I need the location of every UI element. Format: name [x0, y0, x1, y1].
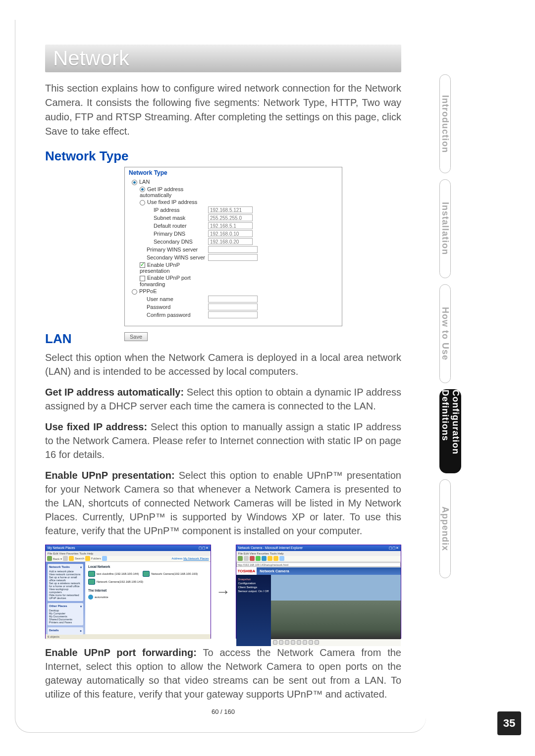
- forward-icon: [63, 556, 68, 561]
- input-secondary-dns[interactable]: 192.168.0.20: [208, 238, 253, 245]
- checkbox-icon: [140, 276, 145, 281]
- radio-pppoe[interactable]: PPPoE: [129, 288, 208, 295]
- label-password: Password: [129, 304, 208, 310]
- explorer-main: Local Network text doubtfire (192.168.10…: [85, 562, 211, 634]
- radio-icon: [132, 180, 137, 185]
- folders-icon: [85, 556, 90, 561]
- control-button-icon: [297, 640, 301, 645]
- window-controls-icon: ▢▢✕: [199, 545, 209, 551]
- home-icon: [262, 556, 267, 561]
- favorites-icon: [273, 556, 278, 561]
- label-primary-wins: Primary WINS server: [129, 247, 208, 252]
- section-title-bar: Network: [45, 45, 401, 72]
- address-bar: http://192.168.100.143/setup/network.htm…: [236, 562, 401, 567]
- input-primary-dns[interactable]: 192.168.0.10: [208, 230, 253, 237]
- chevron-icon: ▾: [80, 565, 82, 569]
- input-default-router[interactable]: 192.168.5.1: [208, 222, 253, 229]
- chevron-icon: ▸: [80, 629, 82, 632]
- intro-paragraph: This section explains how to configure w…: [45, 81, 401, 139]
- arrow-right-icon: →: [216, 583, 231, 600]
- camera-live-view: [271, 575, 401, 639]
- screenshots-row: My Network Places ▢▢✕ File Edit View Fav…: [45, 545, 401, 639]
- get-ip-paragraph: Get IP address automatically: Select thi…: [45, 385, 401, 413]
- window-title-bar: Network Camera - Microsoft Internet Expl…: [236, 545, 401, 551]
- label-secondary-wins: Secondary WINS server: [129, 254, 208, 260]
- control-button-icon: [309, 640, 313, 645]
- input-password[interactable]: [208, 303, 258, 310]
- camera-icon: [88, 579, 95, 585]
- refresh-icon: [256, 556, 261, 561]
- label-secondary-dns: Secondary DNS: [129, 239, 208, 245]
- label-default-router: Default router: [129, 223, 208, 229]
- computer-icon: [88, 571, 95, 577]
- radio-get-ip-auto[interactable]: Get IP address automatically: [129, 186, 208, 199]
- tab-installation[interactable]: Installation: [439, 179, 451, 278]
- forward-icon: [244, 556, 249, 561]
- stop-icon: [250, 556, 255, 561]
- label-subnet-mask: Subnet mask: [129, 215, 208, 221]
- page-number-badge: 35: [497, 711, 521, 735]
- input-subnet-mask[interactable]: 255.255.255.0: [208, 214, 253, 221]
- window-menu-bar: File Edit View Favorites Tools Help: [236, 551, 401, 556]
- checkbox-icon: [140, 262, 145, 268]
- history-icon: [279, 556, 284, 561]
- lan-paragraph: Select this option when the Network Came…: [45, 351, 401, 378]
- save-button[interactable]: Save: [124, 332, 148, 341]
- heading-lan: LAN: [45, 331, 401, 347]
- side-index-tabs: Introduction Installation How to Use Con…: [439, 74, 521, 584]
- control-button-icon: [279, 640, 283, 645]
- upnp-presentation-paragraph: Enable UPnP presentation: Select this op…: [45, 468, 401, 538]
- explorer-sidebar: Network Tasks▾ Add a network place View …: [46, 562, 85, 634]
- window-controls-icon: ▢▢✕: [389, 545, 399, 551]
- radio-lan[interactable]: LAN: [129, 179, 208, 185]
- tab-configuration-definitions[interactable]: Configuration Definitions: [439, 389, 461, 473]
- toolbar: [236, 556, 401, 562]
- control-button-icon: [285, 640, 289, 645]
- label-primary-dns: Primary DNS: [129, 231, 208, 237]
- search-icon: [268, 556, 272, 561]
- label-username: User name: [129, 296, 208, 302]
- radio-icon: [132, 289, 137, 295]
- label-confirm-password: Confirm password: [129, 312, 208, 318]
- input-username[interactable]: [208, 296, 258, 302]
- input-ip-address[interactable]: 192.168.5.121: [208, 206, 253, 213]
- page-title: Network: [53, 47, 393, 70]
- brand-label: TOSHIBA: [236, 567, 257, 575]
- figure-camera-browser: Network Camera - Microsoft Internet Expl…: [236, 545, 402, 639]
- window-menu-bar: File Edit View Favorites Tools Help: [46, 551, 211, 556]
- control-button-icon: [303, 640, 307, 645]
- upnp-port-forwarding-paragraph: Enable UPnP port forwarding: To access t…: [45, 646, 401, 701]
- checkbox-upnp-presentation[interactable]: Enable UPnP presentation: [129, 262, 208, 274]
- pager-text: 60 / 160: [45, 708, 401, 715]
- radio-icon: [140, 187, 145, 192]
- input-primary-wins[interactable]: [208, 246, 258, 253]
- figure-my-network-places: My Network Places ▢▢✕ File Edit View Fav…: [45, 545, 211, 639]
- tab-how-to-use[interactable]: How to Use: [439, 284, 451, 383]
- toolbar: Back ▾ Search Folders Address My Network…: [46, 556, 211, 562]
- fixed-ip-paragraph: Use fixed IP address: Select this option…: [45, 420, 401, 461]
- views-icon: [102, 556, 107, 561]
- radio-use-fixed-ip[interactable]: Use fixed IP address: [129, 199, 208, 205]
- camera-icon: [143, 571, 150, 577]
- camera-page-title: Network Camera: [257, 567, 401, 575]
- control-button-icon: [315, 640, 319, 645]
- back-icon: [238, 556, 243, 561]
- tab-introduction[interactable]: Introduction: [439, 74, 451, 173]
- heading-network-type: Network Type: [45, 149, 401, 164]
- input-secondary-wins[interactable]: [208, 254, 258, 261]
- up-icon: [69, 556, 74, 561]
- radio-icon: [140, 200, 145, 205]
- control-button-icon: [273, 640, 277, 645]
- status-bar: 6 objects: [46, 634, 211, 639]
- tab-appendix[interactable]: Appendix: [439, 479, 451, 578]
- figure-network-type-form: Network Type LAN Get IP address automati…: [124, 167, 342, 326]
- page-frame: Network This section explains how to con…: [15, 20, 426, 733]
- ie-icon: [88, 595, 93, 600]
- camera-controls: [271, 639, 401, 646]
- input-confirm-password[interactable]: [208, 311, 258, 318]
- window-title-bar: My Network Places ▢▢✕: [46, 545, 211, 551]
- figure-legend: Network Type: [129, 169, 338, 176]
- label-ip-address: IP address: [129, 207, 208, 213]
- checkbox-upnp-port-forwarding[interactable]: Enable UPnP port forwarding: [129, 275, 208, 287]
- back-icon: [47, 556, 52, 561]
